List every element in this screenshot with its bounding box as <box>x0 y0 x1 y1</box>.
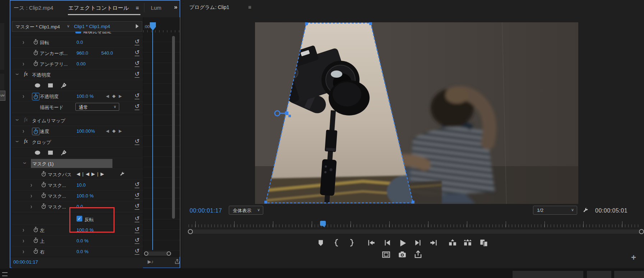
stopwatch-icon[interactable] <box>41 182 47 188</box>
fx-badge-icon[interactable]: fx <box>24 71 28 77</box>
row-value[interactable]: 0.0 <box>77 40 83 45</box>
vertical-scrollbar[interactable] <box>172 36 175 219</box>
row-value[interactable]: 100.00% <box>77 128 95 134</box>
row-value[interactable]: 100.0 % <box>77 193 94 199</box>
add-keyframe-icon[interactable]: ◆ <box>112 94 115 99</box>
program-current-time[interactable]: 00:00:01:17 <box>190 208 222 214</box>
tab-source-monitor[interactable]: ース : Clip2.mp4 <box>14 5 53 12</box>
zoom-handle-right[interactable] <box>639 229 644 234</box>
flyout-arrow-icon[interactable] <box>136 24 139 28</box>
panel-grip-icon[interactable] <box>2 272 8 276</box>
stopwatch-icon[interactable] <box>33 39 39 45</box>
reset-icon[interactable]: ↺ <box>135 38 139 45</box>
fx-badge-icon[interactable]: fx <box>24 138 28 144</box>
stopwatch-icon[interactable] <box>41 192 47 199</box>
prev-keyframe-icon[interactable]: ◀ <box>106 94 109 98</box>
tab-effect-controls[interactable]: エフェクトコントロール <box>68 5 129 12</box>
extract-button[interactable] <box>463 238 472 247</box>
expander-icon[interactable]: › <box>23 92 24 100</box>
selected-clip-label[interactable]: Clip1 * Clip1.mp4 <box>74 24 110 29</box>
stopwatch-icon[interactable] <box>33 248 39 254</box>
zoom-handle-left[interactable] <box>144 251 148 256</box>
program-panel-title[interactable]: プログラム: Clip1 <box>189 4 229 11</box>
expander-icon[interactable]: › <box>14 141 22 142</box>
stopwatch-active-icon[interactable] <box>32 128 40 135</box>
track-back-icon[interactable]: ◀ <box>85 171 91 177</box>
go-to-out-button[interactable] <box>429 238 439 247</box>
zoom-handle-right[interactable] <box>167 251 171 256</box>
stopwatch-icon[interactable] <box>33 237 39 243</box>
blend-mode-dropdown[interactable]: 通常 ∨ <box>75 103 119 111</box>
expander-icon[interactable]: › <box>23 237 24 244</box>
expander-icon[interactable]: › <box>14 73 22 75</box>
stopwatch-icon[interactable] <box>33 60 39 67</box>
reset-icon[interactable]: ↺ <box>135 103 139 110</box>
reset-icon[interactable]: ↺ <box>135 248 139 255</box>
source-clip-icon[interactable]: UV <box>0 91 5 101</box>
expander-icon[interactable]: › <box>23 60 24 67</box>
play-button[interactable] <box>398 238 408 248</box>
row-value[interactable]: 10.0 <box>77 182 85 188</box>
play-audio-icon[interactable]: ▶♪ <box>148 259 154 264</box>
reset-icon[interactable]: ↺ <box>135 226 139 233</box>
mask-item-label[interactable]: マスク (1) <box>32 161 54 167</box>
expander-icon[interactable]: › <box>31 202 32 210</box>
track-forward-icon[interactable]: ▶ <box>91 171 97 177</box>
prev-keyframe-icon[interactable]: ◀ <box>106 129 109 133</box>
program-zoom-bar[interactable] <box>190 229 642 234</box>
mark-out-button[interactable] <box>347 238 356 247</box>
row-value[interactable]: 100.0 % <box>77 94 94 99</box>
next-keyframe-icon[interactable]: ▶ <box>119 94 122 98</box>
export-frame-button[interactable] <box>398 250 407 259</box>
program-scrubber-ruler[interactable] <box>189 220 639 228</box>
mark-in-button[interactable] <box>332 238 342 247</box>
lift-button[interactable] <box>448 238 457 247</box>
fit-zoom-dropdown[interactable]: 全体表示 ∨ <box>229 206 263 215</box>
go-to-in-button[interactable] <box>366 238 376 247</box>
expander-icon[interactable]: › <box>23 247 24 255</box>
program-video-preview[interactable] <box>255 22 578 204</box>
reset-icon[interactable]: ↺ <box>135 71 139 78</box>
add-marker-button[interactable] <box>316 238 325 247</box>
row-value-x[interactable]: 960.0 <box>77 50 88 56</box>
row-value[interactable]: 0.00 <box>77 61 85 67</box>
expander-icon[interactable]: › <box>23 226 24 233</box>
stopwatch-icon[interactable] <box>33 227 39 233</box>
stopwatch-icon[interactable] <box>41 171 47 177</box>
tab-lumetri[interactable]: Lum <box>151 5 161 11</box>
program-playhead-handle[interactable] <box>320 221 326 226</box>
add-keyframe-icon[interactable]: ◆ <box>112 128 115 133</box>
quick-export-button[interactable] <box>413 250 423 259</box>
expander-icon[interactable]: › <box>23 38 24 46</box>
playback-resolution-dropdown[interactable]: 1/2 ∨ <box>533 206 577 215</box>
expander-icon[interactable]: › <box>31 181 32 188</box>
stopwatch-icon[interactable] <box>41 203 47 209</box>
reset-icon[interactable]: ↺ <box>135 215 139 222</box>
rect-mask-tool-icon[interactable] <box>47 149 54 156</box>
reset-icon[interactable]: ↺ <box>135 60 139 67</box>
mask-vertex-handle[interactable] <box>264 201 267 204</box>
reset-icon[interactable]: ↺ <box>135 203 139 210</box>
reset-icon[interactable]: ↺ <box>135 138 139 145</box>
track-back-one-icon[interactable]: ◀| <box>77 171 85 177</box>
reset-icon[interactable]: ↺ <box>135 92 139 99</box>
reset-icon[interactable]: ↺ <box>135 237 139 244</box>
toggle-effects-icon[interactable] <box>174 259 180 265</box>
reset-icon[interactable]: ↺ <box>135 192 139 199</box>
uniform-scale-checkbox[interactable]: ✓ <box>75 32 81 33</box>
expander-icon[interactable]: › <box>22 162 29 164</box>
mask-vertex-handle[interactable] <box>305 22 308 25</box>
ellipse-mask-tool-icon[interactable] <box>34 149 41 156</box>
wrench-icon[interactable] <box>119 171 125 177</box>
track-forward-one-icon[interactable]: |▶ <box>97 171 106 177</box>
expander-icon[interactable]: › <box>14 119 22 120</box>
pen-mask-tool-icon[interactable] <box>60 149 68 156</box>
stopwatch-icon[interactable] <box>33 50 39 56</box>
row-value[interactable]: 0.0 % <box>77 249 88 254</box>
panel-menu-icon[interactable]: ≡ <box>136 5 139 11</box>
step-forward-button[interactable] <box>414 238 423 247</box>
settings-wrench-icon[interactable] <box>582 207 589 214</box>
step-back-button[interactable] <box>382 238 392 247</box>
expander-icon[interactable]: › <box>23 127 24 135</box>
current-time-display[interactable]: 00:00:01:17 <box>13 259 38 265</box>
